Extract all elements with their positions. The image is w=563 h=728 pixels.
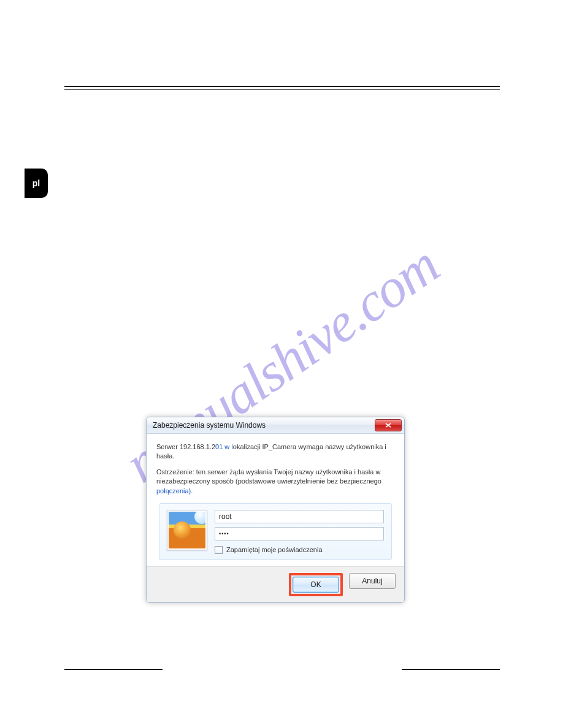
msg1-pre: Serwer 192.168.1.2 xyxy=(156,443,215,450)
username-input[interactable]: root xyxy=(215,510,384,523)
ok-button[interactable]: OK xyxy=(293,577,339,593)
warning-message: Ostrzeżenie: ten serwer żąda wysłania Tw… xyxy=(156,468,394,496)
server-message: Serwer 192.168.1.201 w lokalizacji IP_Ca… xyxy=(156,442,394,461)
bottom-rule-left xyxy=(64,669,163,670)
dialog-title: Zabezpieczenia systemu Windows xyxy=(153,421,375,430)
credentials-fields: root •••• Zapamiętaj moje poświadczenia xyxy=(215,510,384,555)
remember-row: Zapamiętaj moje poświadczenia xyxy=(215,545,384,555)
msg2-link: połączenia). xyxy=(156,487,193,495)
top-rule xyxy=(64,86,500,90)
remember-checkbox[interactable] xyxy=(215,546,223,554)
dialog-buttons: OK Anuluj xyxy=(147,566,404,602)
language-tab: pl xyxy=(25,169,48,198)
dialog-body: Serwer 192.168.1.201 w lokalizacji IP_Ca… xyxy=(147,434,404,566)
msg2-pre: Ostrzeżenie: ten serwer żąda wysłania Tw… xyxy=(156,468,381,485)
dialog-titlebar: Zabezpieczenia systemu Windows xyxy=(147,417,404,434)
credentials-panel: root •••• Zapamiętaj moje poświadczenia xyxy=(159,503,392,560)
close-button[interactable] xyxy=(375,419,402,431)
avatar-image xyxy=(169,512,205,548)
remember-label: Zapamiętaj moje poświadczenia xyxy=(226,545,323,555)
msg1-link: 01 w l xyxy=(215,443,233,450)
ok-highlight-box: OK xyxy=(289,573,343,596)
close-icon xyxy=(385,423,391,428)
avatar-frame xyxy=(167,510,207,550)
password-input[interactable]: •••• xyxy=(215,527,384,540)
auth-dialog: Zabezpieczenia systemu Windows Serwer 19… xyxy=(146,417,405,603)
bottom-rule-right xyxy=(402,669,500,670)
cancel-button[interactable]: Anuluj xyxy=(349,573,396,589)
